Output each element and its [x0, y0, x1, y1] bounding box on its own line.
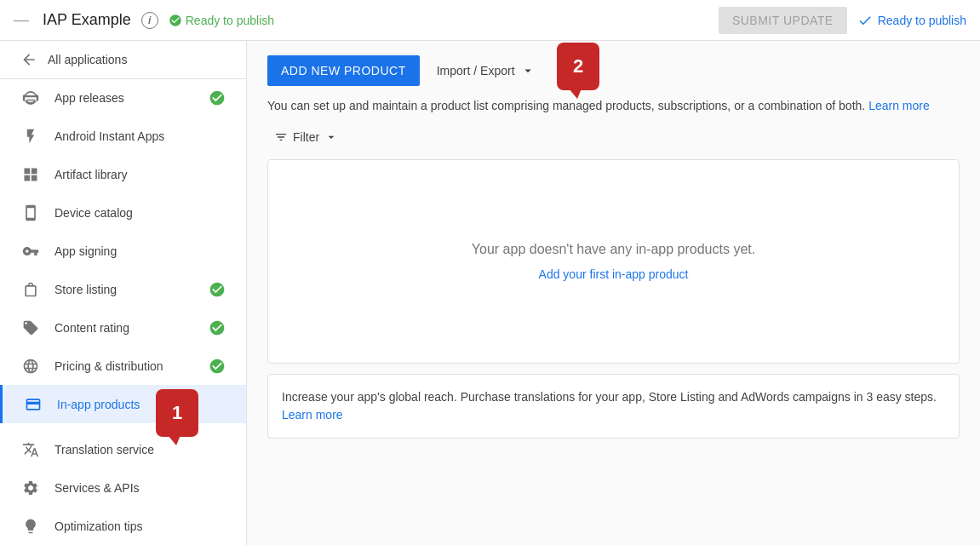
topbar-status: Ready to publish [169, 14, 708, 27]
rocket-icon [20, 88, 41, 108]
sidebar-back-label: All applications [48, 53, 127, 66]
topbar-title: IAP Example [43, 11, 131, 29]
sidebar-check-store-listing [209, 281, 226, 298]
sidebar-item-label: In-app products [57, 398, 226, 411]
sidebar-item-translation[interactable]: Translation service [0, 430, 246, 468]
sidebar-item-services-apis[interactable]: Services & APIs [0, 468, 246, 507]
sidebar-item-label: Translation service [54, 443, 226, 456]
learn-more-link-2[interactable]: Learn more [282, 408, 343, 422]
sidebar-check-content-rating [209, 319, 226, 336]
filter-icon [274, 130, 288, 144]
submit-update-button[interactable]: SUBMIT UPDATE [719, 7, 847, 34]
tag-icon [20, 318, 41, 338]
sidebar-item-label: App releases [54, 91, 195, 105]
topbar-ready-badge: Ready to publish [857, 13, 966, 28]
import-export-button[interactable]: Import / Export [430, 54, 542, 87]
sidebar-item-store-listing[interactable]: Store listing [0, 271, 246, 309]
sidebar-item-label: Device catalog [54, 206, 226, 220]
translate-icon [20, 439, 41, 460]
sidebar-item-label: Artifact library [54, 168, 226, 181]
filter-chevron-icon [324, 130, 338, 144]
sidebar-item-app-signing[interactable]: App signing [0, 232, 246, 271]
filter-button[interactable]: Filter [267, 125, 345, 149]
sidebar: All applications App releases Android In… [0, 41, 247, 545]
info-text: You can set up and maintain a product li… [267, 97, 960, 115]
sidebar-item-label: Store listing [54, 283, 195, 296]
sidebar-item-label: Android Instant Apps [54, 129, 226, 143]
sidebar-item-app-releases[interactable]: App releases [0, 79, 246, 118]
info-icon[interactable]: i [141, 12, 158, 29]
card-icon [23, 394, 43, 415]
bulb-icon [20, 516, 41, 536]
sidebar-item-label: Optimization tips [54, 519, 226, 533]
add-new-product-button[interactable]: ADD NEW PRODUCT [267, 55, 420, 86]
main-content: ADD NEW PRODUCT Import / Export 2 You ca… [247, 41, 980, 545]
toolbar: ADD NEW PRODUCT Import / Export 2 [267, 54, 960, 87]
key-icon [20, 241, 41, 261]
arrow-back-icon [20, 51, 37, 68]
sidebar-check-app-releases [209, 89, 226, 106]
topbar-dash: — [14, 11, 29, 29]
sidebar-item-pricing-distribution[interactable]: Pricing & distribution [0, 347, 246, 385]
topbar: — IAP Example i Ready to publish SUBMIT … [0, 0, 980, 41]
sidebar-item-optimization[interactable]: Optimization tips [0, 507, 246, 545]
check-circle-icon [169, 14, 182, 27]
callout-2-container: 2 [557, 43, 599, 90]
bolt-icon [20, 126, 41, 146]
sidebar-item-label: App signing [54, 244, 226, 258]
sidebar-item-android-instant[interactable]: Android Instant Apps [0, 118, 246, 156]
add-first-product-link[interactable]: Add your first in-app product [539, 267, 689, 281]
globe-icon [20, 356, 41, 376]
phone-icon [20, 203, 41, 223]
empty-state-text: Your app doesn't have any in-app product… [472, 242, 755, 257]
sidebar-item-content-rating[interactable]: Content rating [0, 309, 246, 347]
learn-more-link-1[interactable]: Learn more [868, 99, 930, 112]
settings-icon [20, 478, 41, 498]
chevron-down-icon [520, 63, 536, 78]
layout: All applications App releases Android In… [0, 41, 980, 545]
callout-2: 2 [557, 43, 599, 90]
bag-icon [20, 279, 41, 300]
sidebar-check-pricing [209, 358, 226, 375]
sidebar-item-artifact-library[interactable]: Artifact library [0, 156, 246, 194]
filter-bar: Filter [267, 125, 960, 149]
empty-state-card: Your app doesn't have any in-app product… [267, 159, 960, 364]
sidebar-item-device-catalog[interactable]: Device catalog [0, 194, 246, 232]
ready-check-icon [857, 13, 873, 28]
sidebar-item-label: Pricing & distribution [54, 359, 195, 373]
sidebar-item-label: Content rating [54, 321, 195, 335]
footer-banner: Increase your app's global reach. Purcha… [267, 374, 960, 439]
grid-icon [20, 164, 41, 185]
sidebar-item-label: Services & APIs [54, 481, 226, 495]
callout-1: 1 [156, 389, 198, 437]
sidebar-item-in-app-products[interactable]: In-app products 1 [0, 385, 246, 423]
sidebar-back-item[interactable]: All applications [0, 41, 246, 79]
